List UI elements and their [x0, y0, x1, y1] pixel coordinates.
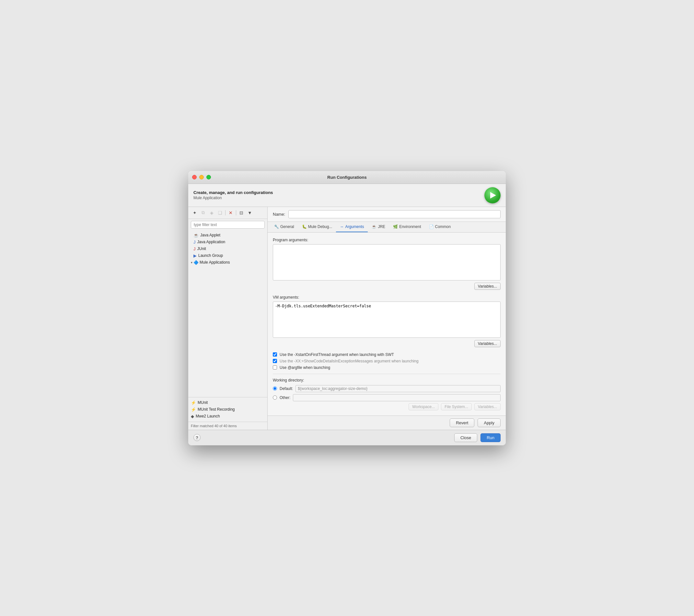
vm-variables-button[interactable]: Variables...	[474, 340, 500, 347]
mule-icon: 🔷	[194, 260, 199, 265]
main-panel: ✦ ⧉ ◈ ❑ ✕ ⊟ ▼	[188, 207, 506, 430]
jre-tab-icon: ☕	[372, 224, 377, 229]
default-radio-label: Default:	[280, 386, 293, 391]
close-button[interactable]	[192, 175, 197, 180]
argfile-checkbox[interactable]	[273, 365, 277, 370]
tab-label: Common	[435, 224, 451, 229]
other-radio[interactable]	[273, 395, 277, 400]
sidebar-bottom: ⚡ MUnit ⚡ MUnit Test Recording ◆ Mwe2 La…	[188, 397, 267, 422]
export-icon: ❑	[218, 210, 222, 216]
help-button[interactable]: ?	[194, 434, 201, 441]
showcode-checkbox[interactable]	[273, 359, 277, 363]
sidebar-item-label: Java Application	[197, 240, 225, 244]
tab-general[interactable]: 🔧 General	[270, 222, 298, 232]
new-proto-button[interactable]: ◈	[208, 209, 216, 217]
name-label: Name:	[273, 212, 285, 217]
sidebar-item-java-application[interactable]: J Java Application	[188, 239, 267, 245]
vm-args-label: VM arguments:	[273, 295, 500, 300]
section-divider	[273, 374, 500, 374]
proto-icon: ◈	[210, 210, 214, 216]
sidebar-item-junit[interactable]: J JUnit	[188, 245, 267, 252]
name-row: Name:	[268, 207, 506, 222]
duplicate-button[interactable]: ⧉	[199, 209, 207, 217]
program-args-textarea[interactable]	[273, 244, 500, 280]
delete-button[interactable]: ✕	[227, 209, 235, 217]
dir-buttons-row: Workspace... File System... Variables...	[273, 403, 500, 410]
munit-recording-icon: ⚡	[191, 407, 196, 412]
xstart-checkbox[interactable]	[273, 352, 277, 357]
sidebar-footer: Filter matched 40 of 40 items	[188, 422, 267, 430]
chevron-down-icon: ▾	[191, 261, 193, 264]
filesystem-button[interactable]: File System...	[441, 403, 472, 410]
maximize-button[interactable]	[206, 175, 211, 180]
export-button[interactable]: ❑	[216, 209, 224, 217]
tab-mule-debug[interactable]: 🐛 Mule Debug...	[298, 222, 336, 232]
default-radio[interactable]	[273, 386, 277, 391]
junit-icon: J	[194, 246, 196, 251]
search-input[interactable]	[191, 221, 265, 229]
tab-arguments[interactable]: ↔ Arguments	[336, 222, 368, 232]
collapse-button[interactable]: ⊟	[237, 209, 245, 217]
environment-tab-icon: 🌿	[393, 224, 398, 229]
sidebar-item-java-applet[interactable]: ☕ Java Applet	[188, 232, 267, 239]
vm-variables-row: Variables...	[273, 340, 500, 347]
dir-variables-button[interactable]: Variables...	[474, 403, 500, 410]
sidebar-item-label: MUnit Test Recording	[198, 407, 235, 412]
sidebar-item-label: MUnit	[198, 400, 208, 405]
sidebar-item-label: Launch Group	[198, 253, 223, 258]
java-applet-icon: ☕	[194, 233, 199, 238]
xstart-label: Use the -XstartOnFirstThread argument wh…	[280, 352, 394, 357]
collapse-icon: ⊟	[239, 210, 243, 216]
sidebar-item-mwe2-launch[interactable]: ◆ Mwe2 Launch	[191, 413, 265, 420]
argfile-label: Use @argfile when launching	[280, 365, 330, 370]
filter-button[interactable]: ▼	[246, 209, 254, 217]
new-icon: ✦	[193, 210, 197, 216]
tree-area: ☕ Java Applet J Java Application J JUnit…	[188, 230, 267, 397]
checkbox-row-3: Use @argfile when launching	[273, 365, 500, 370]
java-app-icon: J	[194, 240, 196, 244]
run-button[interactable]: Run	[480, 433, 500, 442]
sidebar-item-mule-applications[interactable]: ▾ 🔷 Mule Applications	[188, 259, 267, 266]
common-tab-icon: 📄	[429, 224, 434, 229]
sidebar-toolbar: ✦ ⧉ ◈ ❑ ✕ ⊟ ▼	[188, 207, 267, 219]
tab-environment[interactable]: 🌿 Environment	[389, 222, 425, 232]
window-footer: ? Close Run	[188, 430, 506, 445]
tab-label: Arguments	[345, 224, 364, 229]
sidebar-item-munit-recording[interactable]: ⚡ MUnit Test Recording	[191, 406, 265, 413]
toolbar-separator-2	[236, 210, 236, 216]
program-variables-row: Variables...	[273, 283, 500, 290]
munit-icon: ⚡	[191, 400, 196, 405]
checkbox-row-1: Use the -XstartOnFirstThread argument wh…	[273, 352, 500, 357]
header-subtitle: Mule Application	[194, 195, 273, 200]
working-dir-label: Working directory:	[273, 378, 500, 382]
new-config-button[interactable]: ✦	[191, 209, 199, 217]
name-input[interactable]	[288, 210, 500, 218]
sidebar: ✦ ⧉ ◈ ❑ ✕ ⊟ ▼	[188, 207, 268, 430]
filter-count-text: Filter matched 40 of 40 items	[191, 424, 237, 428]
tab-common[interactable]: 📄 Common	[425, 222, 455, 232]
workspace-button[interactable]: Workspace...	[408, 403, 438, 410]
other-path-input[interactable]	[293, 394, 500, 401]
duplicate-icon: ⧉	[202, 210, 205, 216]
other-radio-label: Other:	[280, 395, 290, 400]
sidebar-item-munit[interactable]: ⚡ MUnit	[191, 399, 265, 406]
tab-jre[interactable]: ☕ JRE	[368, 222, 389, 232]
tab-label: Environment	[399, 224, 421, 229]
default-path-input	[295, 385, 500, 392]
apply-button[interactable]: Apply	[478, 418, 500, 427]
play-icon	[490, 192, 496, 199]
revert-button[interactable]: Revert	[450, 418, 474, 427]
form-content: Program arguments: Variables... VM argum…	[268, 232, 506, 415]
window-title: Run Configurations	[327, 175, 366, 180]
sidebar-item-label: Mule Applications	[200, 260, 230, 265]
sidebar-item-launch-group[interactable]: ▶ Launch Group	[188, 252, 267, 259]
program-variables-button[interactable]: Variables...	[474, 283, 500, 290]
run-icon-button[interactable]	[485, 187, 500, 203]
showcode-label: Use the -XX:+ShowCodeDetailsInExceptionM…	[280, 359, 419, 363]
general-tab-icon: 🔧	[274, 224, 279, 229]
sidebar-item-label: JUnit	[197, 246, 206, 251]
close-button[interactable]: Close	[454, 433, 477, 442]
vm-args-textarea[interactable]	[273, 301, 500, 338]
toolbar-separator	[225, 210, 225, 216]
minimize-button[interactable]	[199, 175, 204, 180]
